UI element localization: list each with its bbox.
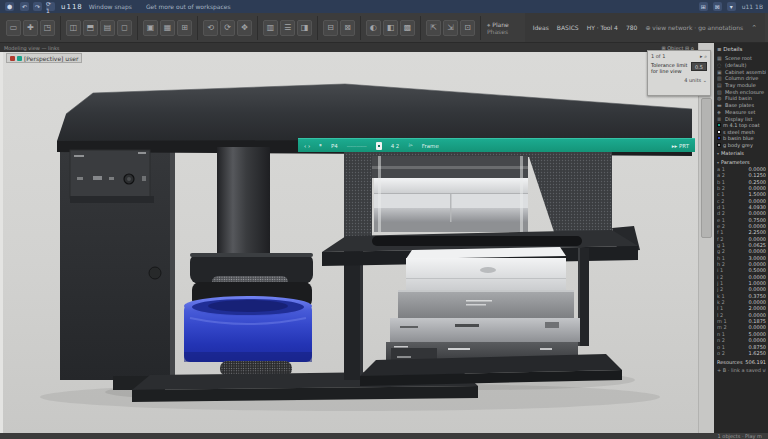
titlebar-link[interactable]: Window snaps	[89, 3, 132, 10]
ribbon-menu-item[interactable]: Ideas	[533, 24, 549, 31]
titlebar-action-icon[interactable]: ⟳ 1	[46, 2, 55, 11]
ribbon-tool-icon[interactable]: ⊟	[323, 20, 338, 36]
measure-toolbar-item[interactable]: P4	[331, 143, 338, 149]
ribbon-tool-icon[interactable]: ◧	[383, 20, 398, 36]
ribbon-separator	[257, 16, 258, 40]
viewport-canvas[interactable]	[3, 52, 698, 433]
dialog-value-button[interactable]: 0.5	[691, 62, 707, 71]
measure-toolbar[interactable]: ‹ ›⏸P4┄┄┄┄┄┄4 2⌲Frame▸▸ PRT	[298, 138, 695, 152]
parameter-table: a 10.0000a 20.1250b 10.2500b 20.0000c 11…	[717, 166, 766, 356]
quick-access-toolbar: ↶↷⟳ 1	[20, 2, 55, 11]
ribbon-tool-icon[interactable]: ▣	[143, 20, 158, 36]
measure-toolbar-item[interactable]: 4 2	[391, 143, 400, 149]
material-swatch	[717, 123, 721, 127]
ribbon-tool-icon[interactable]: ◐	[366, 20, 381, 36]
ribbon-tool-icon[interactable]: ▤	[100, 20, 115, 36]
tabstrip-left-text[interactable]: Modeling view — links	[4, 45, 59, 51]
ribbon-separator	[197, 16, 198, 40]
ribbon-separator	[420, 16, 421, 40]
ribbon-tool-icon[interactable]: ▩	[400, 20, 415, 36]
viewport-3d[interactable]: [Perspective] user ‹ ›⏸P4┄┄┄┄┄┄4 2⌲Frame…	[0, 52, 698, 433]
tree-item[interactable]: ▥Column drive	[717, 75, 766, 82]
ribbon-tool-icon[interactable]: ⊡	[460, 20, 475, 36]
tree-item[interactable]: ◈Measure set	[717, 109, 766, 116]
ribbon-tool-icon[interactable]: ◳	[40, 20, 55, 36]
tree-item-icon: ▨	[717, 89, 723, 95]
model-blue-basin	[184, 296, 312, 376]
scrollbar-thumb[interactable]	[701, 98, 712, 238]
titlebar-action-icon[interactable]: ↶	[20, 2, 29, 11]
measure-toolbar-item[interactable]: Frame	[422, 143, 439, 149]
titlebar-window-icon[interactable]: ⊞	[699, 2, 708, 11]
material-item[interactable]: m 4.1 top coat	[717, 122, 766, 129]
measure-toolbar-item[interactable]: ⌲	[408, 142, 412, 149]
viewport-label-tab[interactable]: [Perspective] user	[6, 53, 82, 63]
tree-item[interactable]: ▣Cabinet assembly	[717, 68, 766, 75]
material-label: g body grey	[723, 142, 753, 148]
ribbon-collapse-icon[interactable]: ⌃	[751, 24, 757, 32]
tree-item[interactable]: ▦Scene root	[717, 55, 766, 62]
ribbon-separator	[60, 16, 61, 40]
tree-item-icon: ▣	[717, 69, 723, 75]
titlebar-window-icon[interactable]: ⊠	[713, 2, 722, 11]
material-item[interactable]: g body grey	[717, 141, 766, 148]
ribbon-tool-icon[interactable]: ⬒	[83, 20, 98, 36]
ribbon-group: ⇱⇲⊡	[423, 20, 478, 36]
ribbon-tool-icon[interactable]: ⇲	[443, 20, 458, 36]
tree-item-label: Display list	[725, 116, 752, 122]
titlebar-window-icon[interactable]: ▾	[727, 2, 736, 11]
ribbon-tool-icon[interactable]: ◻	[117, 20, 132, 36]
ribbon-tool-icon[interactable]: ☰	[280, 20, 295, 36]
viewport-scrollbar[interactable]	[698, 43, 714, 433]
ribbon-tool-icon[interactable]: ⇱	[426, 20, 441, 36]
ribbon-tool-icon[interactable]: ⊞	[177, 20, 192, 36]
ribbon-tool-icon[interactable]: ✚	[23, 20, 38, 36]
titlebar-link[interactable]: Get more out of workspaces	[146, 3, 231, 10]
ribbon-menu-item[interactable]: 780	[626, 24, 637, 31]
ribbon-tool-icon[interactable]: ▭	[6, 20, 21, 36]
ribbon-tool-icon[interactable]: ⟳	[220, 20, 235, 36]
ribbon-tool-icon[interactable]: ⊠	[340, 20, 355, 36]
measure-toolbar-item[interactable]: ⏸	[319, 142, 322, 149]
tolerance-dialog[interactable]: 1 of 1 ▸ ⌕ Tolerance limit for line view…	[647, 50, 711, 96]
tree-item[interactable]: ◌(default)	[717, 62, 766, 69]
measure-chip-icon[interactable]	[376, 142, 382, 150]
resources-label: Resources	[717, 359, 743, 365]
tree-item-label: Column drive	[725, 75, 758, 81]
section-parameters[interactable]: Parameters	[717, 159, 766, 166]
measure-toolbar-right[interactable]: ▸▸ PRT	[672, 143, 689, 149]
tree-item[interactable]: ▤Tray module	[717, 82, 766, 89]
parameter-row[interactable]: o 21.6250	[717, 350, 766, 356]
note-row[interactable]: + B · link a saved view	[717, 367, 766, 373]
section-materials[interactable]: Materials	[717, 150, 766, 157]
measure-toolbar-item[interactable]: ‹ ›	[304, 143, 310, 149]
dialog-pager[interactable]: 1 of 1	[651, 53, 665, 60]
ribbon-group: ▣▦⊞	[140, 20, 195, 36]
titlebar-action-icon[interactable]: ↷	[33, 2, 42, 11]
ribbon-tool-icon[interactable]: ⟲	[203, 20, 218, 36]
parameter-value: 1.6250	[749, 350, 767, 356]
ribbon-tool-icon[interactable]: ◫	[66, 20, 81, 36]
ribbon-group: ◐◧▩	[363, 20, 418, 36]
ribbon-tool-icon[interactable]: ▥	[263, 20, 278, 36]
dialog-tools[interactable]: ▸ ⌕	[700, 53, 707, 60]
ribbon-separator	[480, 16, 481, 40]
ribbon-menu-item[interactable]: HY · Tool 4	[587, 24, 618, 31]
viewport-tabstrip: Modeling view — links ⊞ Object ⊟ ⌂	[0, 43, 698, 52]
tree-item[interactable]: ≣Display list	[717, 115, 766, 122]
scene-tree: ▦Scene root◌(default)▣Cabinet assembly▥C…	[717, 55, 766, 122]
ribbon-plane-dropdown[interactable]: ⌖ Plane Phases	[483, 21, 513, 35]
details-panel: ≡ Details ▦Scene root◌(default)▣Cabinet …	[714, 43, 768, 433]
ribbon-tool-icon[interactable]: ✥	[237, 20, 252, 36]
tree-item-icon: ◌	[717, 62, 723, 68]
tree-item[interactable]: ▨Mesh enclosure	[717, 88, 766, 95]
measure-toolbar-item[interactable]: ┄┄┄┄┄┄	[347, 143, 367, 149]
ribbon-tool-icon[interactable]: ▦	[160, 20, 175, 36]
viewport-shading-icon	[17, 56, 22, 61]
material-swatch	[717, 136, 721, 140]
ribbon-tool-icon[interactable]: ◨	[297, 20, 312, 36]
ribbon-menu-item[interactable]: BASICS	[557, 24, 579, 31]
app-menu-icon[interactable]: ⬢	[5, 2, 14, 11]
tree-item[interactable]: ◍Fluid basin	[717, 95, 766, 102]
tree-item[interactable]: ▬Base plates	[717, 102, 766, 109]
